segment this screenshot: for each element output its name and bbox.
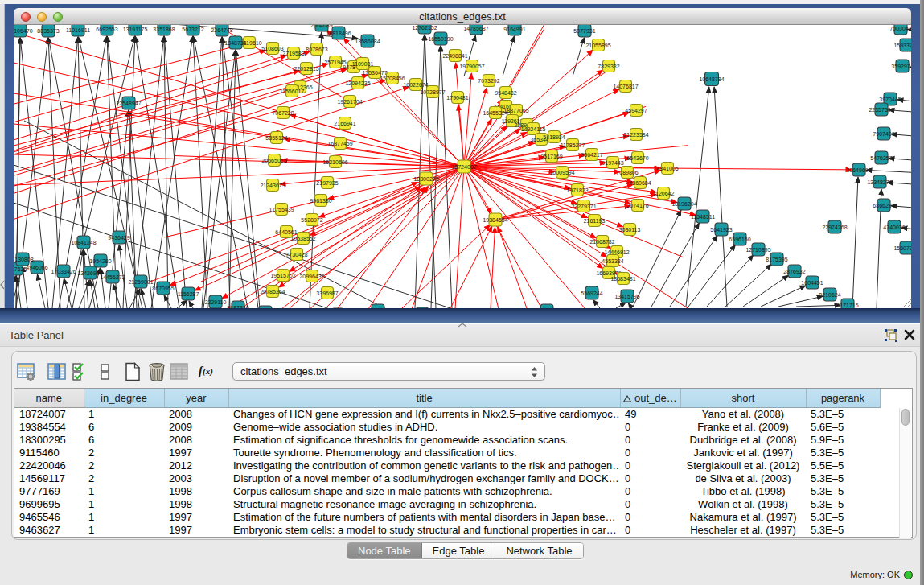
svg-text:16210606: 16210606: [322, 159, 347, 165]
svg-text:8210624: 8210624: [819, 292, 840, 298]
svg-text:21243673: 21243673: [260, 183, 285, 188]
svg-text:9436429: 9436429: [108, 235, 129, 241]
svg-text:17033426: 17033426: [51, 269, 76, 274]
svg-text:8835373: 8835373: [37, 28, 59, 34]
svg-text:21068782: 21068782: [589, 239, 614, 245]
svg-text:13348276: 13348276: [867, 179, 892, 185]
svg-text:6440561: 6440561: [275, 229, 297, 235]
svg-text:20996436: 20996436: [299, 274, 324, 279]
svg-text:16818496: 16818496: [326, 31, 351, 36]
svg-text:6596150: 6596150: [729, 237, 750, 242]
svg-text:7089806: 7089806: [616, 170, 638, 175]
svg-text:16022674: 16022674: [403, 82, 428, 88]
svg-text:18683481: 18683481: [610, 276, 635, 282]
svg-text:7730428: 7730428: [285, 252, 307, 257]
svg-text:7829332: 7829332: [598, 64, 619, 69]
svg-text:5108603: 5108603: [261, 46, 283, 51]
svg-text:15507321: 15507321: [893, 245, 911, 251]
svg-text:5418934: 5418934: [543, 134, 565, 140]
svg-text:14924115: 14924115: [521, 126, 546, 132]
svg-text:1790481: 1790481: [446, 95, 468, 101]
svg-text:2197935: 2197935: [316, 180, 338, 186]
svg-text:4117625: 4117625: [14, 266, 27, 272]
svg-text:5130808: 5130808: [14, 257, 34, 262]
svg-text:9487336: 9487336: [227, 305, 248, 309]
svg-text:5673212: 5673212: [182, 27, 203, 32]
svg-text:2719583: 2719583: [282, 51, 304, 56]
svg-text:11016911: 11016911: [66, 27, 90, 33]
svg-text:1954280: 1954280: [89, 258, 111, 264]
svg-text:16377459: 16377459: [327, 141, 352, 146]
svg-text:2161193: 2161193: [584, 218, 606, 224]
svg-text:10728977: 10728977: [420, 89, 445, 95]
svg-text:10649691: 10649691: [846, 167, 871, 173]
svg-text:14456272: 14456272: [100, 274, 125, 280]
svg-text:2229110: 2229110: [205, 299, 227, 305]
svg-text:1848731: 1848731: [224, 40, 246, 46]
svg-text:11548511: 11548511: [691, 214, 715, 220]
svg-text:1971823: 1971823: [566, 187, 588, 193]
svg-text:6866294: 6866294: [873, 203, 894, 208]
svg-text:9197443: 9197443: [602, 160, 623, 166]
svg-text:17536477: 17536477: [362, 70, 387, 76]
svg-text:22974268: 22974268: [822, 225, 847, 230]
svg-text:22357501: 22357501: [869, 107, 893, 113]
svg-text:9961380: 9961380: [310, 198, 331, 204]
svg-text:13426900: 13426900: [77, 270, 102, 276]
svg-text:22012815: 22012815: [294, 66, 318, 72]
svg-text:6171716: 6171716: [836, 303, 858, 308]
svg-text:15708456: 15708456: [380, 76, 405, 81]
svg-text:4740036: 4740036: [883, 225, 905, 230]
svg-text:4841005: 4841005: [656, 166, 678, 171]
svg-text:12094235: 12094235: [345, 80, 370, 86]
svg-text:19515702: 19515702: [270, 273, 295, 278]
svg-text:9517169: 9517169: [540, 154, 562, 159]
svg-text:2166941: 2166941: [334, 121, 355, 126]
svg-text:20785264: 20785264: [260, 289, 285, 295]
svg-text:19261704: 19261704: [337, 99, 362, 105]
svg-text:4594297: 4594297: [625, 108, 647, 113]
svg-text:3030113: 3030113: [619, 227, 641, 233]
svg-text:4860684: 4860684: [629, 180, 651, 186]
svg-text:5855124: 5855124: [265, 135, 287, 141]
svg-text:18196204: 18196204: [671, 201, 696, 207]
svg-text:21055895: 21055895: [585, 43, 610, 48]
svg-text:13415796: 13415796: [614, 294, 639, 299]
svg-text:10648784: 10648784: [699, 76, 724, 82]
svg-text:7067228: 7067228: [272, 110, 294, 116]
svg-text:3564217: 3564217: [581, 152, 602, 158]
svg-text:21269091: 21269091: [128, 279, 153, 285]
svg-text:4946066: 4946066: [26, 265, 47, 270]
svg-text:2564689: 2564689: [310, 25, 332, 28]
svg-text:5977931: 5977931: [573, 28, 595, 34]
svg-text:19113685: 19113685: [366, 308, 391, 309]
svg-text:2074176: 2074176: [626, 203, 648, 208]
svg-text:3970445: 3970445: [879, 97, 901, 102]
svg-text:12762152: 12762152: [412, 25, 437, 31]
svg-text:1120642: 1120642: [653, 191, 675, 196]
svg-text:11556017: 11556017: [280, 89, 305, 94]
svg-text:13586084: 13586084: [355, 39, 380, 44]
svg-text:22279371: 22279371: [571, 204, 596, 209]
svg-text:2876932: 2876932: [783, 269, 805, 274]
svg-text:18724007: 18724007: [451, 164, 476, 170]
svg-text:19384554: 19384554: [483, 217, 507, 223]
svg-text:5476257: 5476257: [870, 155, 892, 161]
svg-text:7073292: 7073292: [478, 78, 499, 84]
svg-text:1109031: 1109031: [352, 61, 374, 67]
svg-text:19790057: 19790057: [459, 64, 484, 69]
svg-text:6543670: 6543670: [626, 155, 648, 161]
svg-text:3351868: 3351868: [153, 27, 175, 32]
svg-text:4553384: 4553384: [602, 258, 623, 264]
svg-text:15933742: 15933742: [893, 43, 911, 48]
svg-text:16550190: 16550190: [428, 36, 453, 42]
svg-text:9164991: 9164991: [503, 27, 525, 32]
svg-text:14446912: 14446912: [604, 249, 629, 255]
svg-text:13191175: 13191175: [123, 27, 148, 32]
svg-text:22548947: 22548947: [116, 101, 141, 106]
svg-text:3592974: 3592974: [891, 64, 911, 69]
svg-text:18877065: 18877065: [503, 108, 528, 113]
svg-text:2936571: 2936571: [536, 308, 557, 309]
svg-text:7907400: 7907400: [873, 131, 894, 137]
svg-text:20665015: 20665015: [261, 158, 286, 163]
